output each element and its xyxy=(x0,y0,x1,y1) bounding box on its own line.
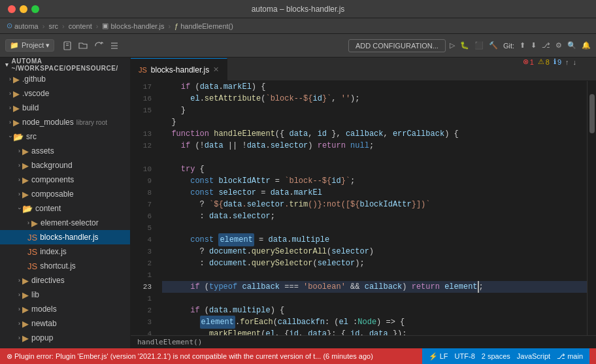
stop-icon[interactable]: ⬛ xyxy=(474,41,484,50)
build-icon[interactable]: 🔨 xyxy=(489,41,498,50)
error-icon: ⊗ xyxy=(523,58,529,66)
tab-close-button[interactable]: ✕ xyxy=(213,65,219,74)
sidebar-item-models[interactable]: › ▶ models xyxy=(0,302,130,316)
navigate-down-icon[interactable]: ↓ xyxy=(573,58,577,66)
sidebar-item-content[interactable]: › 📂 content xyxy=(0,201,130,216)
js-file-icon: JS xyxy=(27,261,37,271)
folder-icon: ▶ xyxy=(22,348,29,349)
main-layout: ▾ AUTOMA ~/WORKSPACE/OPENSOURCE/ › ▶ .gi… xyxy=(0,58,596,348)
editor-content[interactable]: 17 16 15 13 12 10 9 8 7 6 5 4 3 2 1 23 1… xyxy=(131,81,596,335)
breadcrumb-content[interactable]: content xyxy=(69,22,92,30)
warning-icon: ⚠ xyxy=(538,58,544,66)
refresh-icon[interactable] xyxy=(92,39,105,52)
code-line xyxy=(162,152,587,163)
minimize-button[interactable] xyxy=(20,5,27,13)
sidebar-item-composable[interactable]: › ▶ composable xyxy=(0,187,130,201)
editor-area: JS blocks-handler.js ✕ ⊗ 1 ⚠ 8 ℹ 9 ↑ ↓ xyxy=(131,58,596,348)
code-line: const blockIdAttr = `block--${id}`; xyxy=(162,175,587,187)
code-line: const element = data.multiple xyxy=(162,234,587,246)
code-line: if (!data || !data.selector) return null… xyxy=(162,140,587,152)
status-bar: ⊗ Plugin error: Plugin 'Ember.js' (versi… xyxy=(0,348,596,364)
function-breadcrumb: handleElement() xyxy=(137,338,202,346)
code-line: ? document.querySelectorAll(selector) xyxy=(162,246,587,257)
sidebar-item-vscode[interactable]: › ▶ .vscode xyxy=(0,86,130,101)
breadcrumb-src[interactable]: src xyxy=(48,22,58,30)
tab-blocks-handler[interactable]: JS blocks-handler.js ✕ xyxy=(131,58,227,80)
settings-icon[interactable]: ⚙ xyxy=(555,41,562,50)
sidebar-item-assets[interactable]: › ▶ assets xyxy=(0,144,130,158)
toolbar: 📁 Project ▾ ADD CONFIGURATION... ▷ 🐛 ⬛ 🔨… xyxy=(0,34,596,58)
git-label: Git: xyxy=(503,42,514,50)
folder-icon: 📁 xyxy=(10,41,19,50)
run-icon[interactable]: ▷ xyxy=(450,41,455,50)
new-folder-icon[interactable] xyxy=(76,39,90,52)
git-pull-icon[interactable]: ⬇ xyxy=(531,41,537,50)
status-branch[interactable]: ⎇ main xyxy=(557,352,583,361)
code-line: if (data.markEl) { xyxy=(162,81,587,93)
toolbar-right-icons: ▷ 🐛 ⬛ 🔨 Git: ⬆ ⬇ ⎇ ⚙ 🔍 🔔 xyxy=(450,41,591,50)
sidebar-item-index-js[interactable]: JS index.js xyxy=(0,244,130,259)
project-dropdown[interactable]: 📁 Project ▾ xyxy=(5,39,54,52)
status-language[interactable]: JavaScript xyxy=(517,352,550,360)
folder-icon: ▶ xyxy=(13,74,20,84)
sidebar-item-shortcut-js[interactable]: JS shortcut.js xyxy=(0,259,130,273)
folder-icon: ▶ xyxy=(22,146,29,156)
sidebar-item-newtab[interactable]: › ▶ newtab xyxy=(0,316,130,331)
code-line: ? `${data.selector.trim()}:not([${blockI… xyxy=(162,199,587,210)
breadcrumb-file[interactable]: ▣ blocks-handler.js xyxy=(102,22,164,30)
breadcrumb-automa[interactable]: ⊙ automa xyxy=(7,22,39,30)
js-icon: JS xyxy=(139,66,147,74)
new-file-icon[interactable] xyxy=(61,39,74,52)
code-line xyxy=(162,222,587,234)
info-badge: ℹ 9 xyxy=(554,58,561,66)
sidebar-item-element-selector[interactable]: › ▶ element-selector xyxy=(0,216,130,230)
sidebar-item-node-modules[interactable]: › ▶ node_modules library root xyxy=(0,115,130,129)
sidebar-item-github[interactable]: › ▶ .github xyxy=(0,72,130,86)
sidebar-item-src[interactable]: › 📂 src xyxy=(0,129,130,144)
sidebar-item-lib[interactable]: › ▶ lib xyxy=(0,288,130,302)
git-branch-icon[interactable]: ⎇ xyxy=(542,41,550,50)
folder-icon: ▶ xyxy=(22,175,29,185)
code-editor[interactable]: if (data.markEl) { el.setAttribute(`bloc… xyxy=(157,81,587,335)
toolbar-icons xyxy=(61,39,121,52)
collapse-all-icon[interactable] xyxy=(108,39,121,52)
navigate-up-icon[interactable]: ↑ xyxy=(565,58,569,66)
debug-icon[interactable]: 🐛 xyxy=(460,41,469,50)
error-icon: ⊗ xyxy=(7,352,12,361)
line-ending-label: ⚡ xyxy=(429,352,438,361)
line-numbers: 17 16 15 13 12 10 9 8 7 6 5 4 3 2 1 23 1… xyxy=(131,81,157,335)
status-plugin-error[interactable]: ⊗ Plugin error: Plugin 'Ember.js' (versi… xyxy=(7,352,373,361)
sidebar-item-blocks-handler[interactable]: JS blocks-handler.js xyxy=(0,230,130,244)
git-push-icon[interactable]: ⬆ xyxy=(520,41,525,50)
breadcrumb-function[interactable]: ƒ handleElement() xyxy=(174,22,233,30)
folder-icon: ▶ xyxy=(22,319,29,329)
sidebar-item-components[interactable]: › ▶ components xyxy=(0,173,130,187)
scrollbar-track[interactable] xyxy=(587,81,596,335)
folder-icon: ▶ xyxy=(13,118,20,127)
sidebar-item-build[interactable]: › ▶ build xyxy=(0,101,130,115)
window-title: automa – blocks-handler.js xyxy=(252,5,345,14)
folder-icon: ▶ xyxy=(22,276,29,286)
sidebar-item-directives[interactable]: › ▶ directives xyxy=(0,273,130,288)
code-line: if (data.multiple) { xyxy=(162,305,587,316)
folder-open-icon: 📂 xyxy=(22,204,33,214)
tab-label: blocks-handler.js xyxy=(151,65,209,74)
maximize-button[interactable] xyxy=(31,5,39,13)
sidebar-item-popup[interactable]: › ▶ popup xyxy=(0,331,130,345)
breadcrumb-bar: ⊙ automa › src › content › ▣ blocks-hand… xyxy=(0,18,596,34)
status-spaces[interactable]: 2 spaces xyxy=(482,352,510,360)
add-configuration-button[interactable]: ADD CONFIGURATION... xyxy=(348,39,446,52)
sidebar-item-background[interactable]: › ▶ background xyxy=(0,158,130,173)
sidebar-chevron: ▾ xyxy=(5,61,9,68)
status-line-ending[interactable]: ⚡ LF xyxy=(429,352,448,361)
code-line: : document.querySelector(selector); xyxy=(162,257,587,269)
sidebar-item-store[interactable]: › ▶ store xyxy=(0,345,130,348)
scrollbar-thumb[interactable] xyxy=(589,94,595,133)
notifications-icon[interactable]: 🔔 xyxy=(582,41,591,50)
close-button[interactable] xyxy=(8,5,16,13)
plugin-error-text: Plugin error: Plugin 'Ember.js' (version… xyxy=(14,352,373,360)
search-icon[interactable]: 🔍 xyxy=(567,41,576,50)
status-encoding[interactable]: UTF-8 xyxy=(455,352,475,360)
title-bar: automa – blocks-handler.js xyxy=(0,0,596,18)
sidebar-root-header[interactable]: ▾ AUTOMA ~/WORKSPACE/OPENSOURCE/ xyxy=(0,58,130,72)
